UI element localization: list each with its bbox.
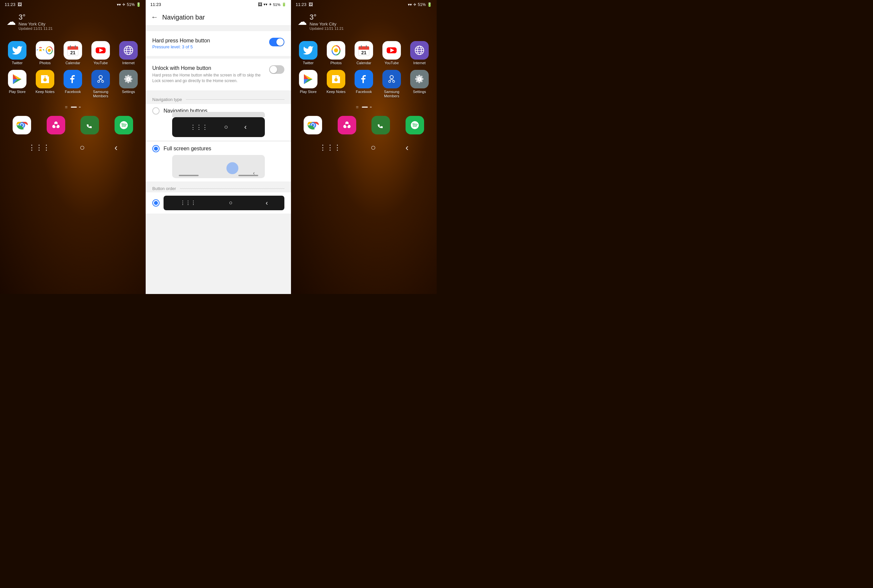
button-order-row: ⋮⋮⋮ ○ ‹ — [146, 192, 291, 213]
nav-home-right[interactable]: ○ — [370, 142, 376, 153]
gesture-arrow: ‹ — [253, 170, 255, 176]
status-time-left: 11:23 🖼 — [4, 2, 22, 7]
settings-page-title: Navigation bar — [162, 14, 205, 21]
app-settings-right[interactable]: Settings — [408, 70, 431, 98]
settings-panel: 11:23 🖼 ▾▾ ✈ 51% 🔋 ← Navigation bar Hard… — [146, 0, 291, 294]
svg-rect-38 — [361, 45, 362, 48]
dock-petal-left[interactable] — [41, 116, 72, 134]
battery-settings: 51% — [273, 3, 280, 7]
weather-info-right: 3° New York City Updated 11/21 11:21 — [309, 13, 344, 30]
app-photos-right[interactable]: Photos — [324, 41, 348, 65]
dock-spotify-left[interactable] — [109, 116, 140, 134]
hard-press-toggle-knob — [276, 38, 284, 46]
hard-press-toggle[interactable] — [269, 38, 284, 46]
svg-point-56 — [393, 81, 394, 82]
playstore-icon-left — [8, 70, 27, 88]
page-dot-1 — [79, 106, 81, 108]
weather-temp-right: 3° — [309, 13, 316, 21]
nav-home-left[interactable]: ○ — [80, 142, 85, 153]
samsung-members-label-left: Samsung Members — [92, 90, 110, 98]
app-youtube-left[interactable]: YouTube — [89, 41, 112, 65]
app-playstore-right[interactable]: Play Store — [296, 70, 320, 98]
gesture-bar-right — [238, 175, 258, 176]
calendar-icon-left: 21 — [64, 41, 82, 60]
app-youtube-right[interactable]: YouTube — [380, 41, 404, 65]
settings-label-left: Settings — [122, 90, 135, 94]
app-calendar-left[interactable]: 21 Calendar — [61, 41, 85, 65]
weather-city-right: New York City — [309, 21, 344, 27]
photos-label-left: Photos — [39, 61, 51, 65]
right-weather-widget: ☁ 3° New York City Updated 11/21 11:21 — [291, 9, 436, 34]
right-page-dots: = — [291, 102, 436, 112]
chrome-icon-right — [304, 116, 322, 134]
svg-rect-21 — [45, 76, 45, 78]
app-keepnotes-left[interactable]: Keep Notes — [33, 70, 57, 98]
button-order-preview: ⋮⋮⋮ ○ ‹ — [164, 196, 284, 210]
svg-point-25 — [100, 78, 101, 80]
svg-rect-39 — [366, 45, 367, 48]
dock-phone-left[interactable] — [75, 116, 105, 134]
dock-phone-right[interactable] — [366, 116, 396, 134]
pressure-level-link[interactable]: Pressure level: 3 of 5 — [152, 44, 266, 50]
twitter-label-left: Twitter — [12, 61, 22, 65]
app-samsung-members-right[interactable]: Samsung Members — [380, 70, 404, 98]
keepnotes-icon-left — [36, 70, 54, 88]
nav-back-right[interactable]: ‹ — [405, 142, 408, 153]
btn-order-recent: ⋮⋮⋮ — [180, 200, 196, 206]
unlock-toggle[interactable] — [269, 65, 284, 74]
app-twitter-left[interactable]: Twitter — [5, 41, 29, 65]
right-status-bar: 11:23 🖼 ▾▾ ✈ 51% 🔋 — [291, 0, 436, 9]
unlock-card: Unlock with Home button Hard press the H… — [146, 58, 291, 90]
nav-recent-left[interactable]: ⋮⋮⋮ — [28, 143, 50, 152]
app-facebook-right[interactable]: Facebook — [352, 70, 376, 98]
nav-recent-right[interactable]: ⋮⋮⋮ — [319, 143, 341, 152]
unlock-description: Hard press the Home button while the scr… — [152, 72, 266, 84]
app-samsung-members-left[interactable]: Samsung Members — [89, 70, 112, 98]
svg-point-0 — [48, 49, 51, 52]
dock-petal-right[interactable] — [332, 116, 363, 134]
page-dot-1-right — [370, 106, 372, 108]
full-screen-option[interactable]: Full screen gestures ‹ — [146, 142, 291, 182]
app-settings-left[interactable]: Settings — [117, 70, 140, 98]
app-photos-left[interactable]: Photos — [33, 41, 57, 65]
app-keepnotes-right[interactable]: Keep Notes — [324, 70, 348, 98]
calendar-icon-right: 21 — [355, 41, 373, 60]
nav-buttons-option[interactable]: Navigation buttons ⋮⋮⋮ ○ ‹ — [146, 104, 291, 140]
app-facebook-left[interactable]: Facebook — [61, 70, 85, 98]
photos-label-right: Photos — [330, 61, 342, 65]
dock-chrome-right[interactable] — [298, 116, 328, 134]
dock-spotify-right[interactable] — [400, 116, 430, 134]
time-display-right: 11:23 — [296, 2, 306, 7]
weather-info-left: 3° New York City Updated 11/21 11:21 — [18, 13, 52, 30]
settings-status-icons: 🖼 ▾▾ ✈ 51% 🔋 — [258, 2, 286, 7]
internet-label-left: Internet — [122, 61, 134, 65]
screenshot-icon-right: 🖼 — [309, 2, 313, 7]
left-status-bar: 11:23 🖼 ▾▾ ✈ 51% 🔋 — [0, 0, 146, 9]
twitter-icon-right — [299, 41, 318, 60]
gesture-circle — [226, 162, 238, 174]
app-internet-left[interactable]: Internet — [117, 41, 140, 65]
nav-buttons-radio[interactable] — [152, 107, 160, 114]
airplane-icon-right: ✈ — [413, 2, 417, 7]
right-app-grid-row2: Play Store Keep Notes Facebook — [291, 69, 436, 102]
hard-press-label: Hard press Home button — [152, 38, 266, 44]
full-screen-radio-inner — [154, 147, 158, 151]
app-calendar-right[interactable]: 21 Calendar — [352, 41, 376, 65]
settings-back-button[interactable]: ← — [151, 13, 158, 21]
right-app-grid-row1: Twitter Photos 21 — [291, 34, 436, 69]
youtube-label-right: YouTube — [384, 61, 399, 65]
settings-icon-left — [119, 70, 138, 88]
svg-point-23 — [98, 81, 100, 82]
page-dot-active-right — [362, 106, 368, 108]
svg-text:21: 21 — [361, 50, 366, 55]
dock-chrome-left[interactable] — [7, 116, 38, 134]
weather-city-left: New York City — [18, 21, 52, 27]
full-screen-row: Full screen gestures — [152, 145, 284, 152]
button-order-radio[interactable] — [152, 199, 160, 207]
app-playstore-left[interactable]: Play Store — [5, 70, 29, 98]
app-internet-right[interactable]: Internet — [408, 41, 431, 65]
app-twitter-right[interactable]: Twitter — [296, 41, 320, 65]
nav-back-left[interactable]: ‹ — [114, 142, 117, 153]
full-screen-radio[interactable] — [152, 145, 160, 152]
unlock-row: Unlock with Home button Hard press the H… — [152, 64, 284, 85]
